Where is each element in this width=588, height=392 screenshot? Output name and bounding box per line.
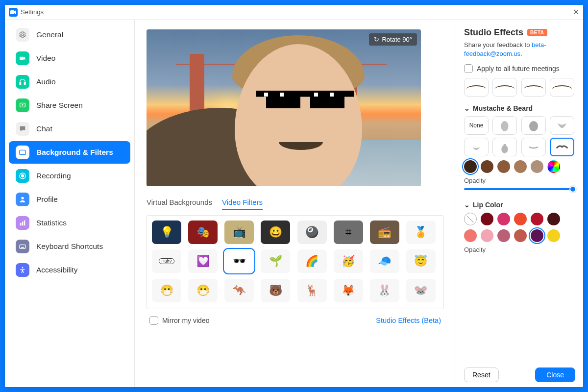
filter-heart[interactable]: 💟: [188, 249, 218, 273]
filter-n95-mask[interactable]: 😷: [152, 279, 181, 302]
filter-party[interactable]: 🥳: [334, 249, 363, 273]
sidebar-item-label: Background & Filters: [36, 148, 113, 157]
filter-retro-tv[interactable]: 📻: [370, 220, 399, 244]
svg-rect-14: [20, 245, 25, 248]
sidebar-item-keyboard[interactable]: Keyboard Shortcuts: [9, 235, 130, 258]
mirror-video-checkbox[interactable]: Mirror my video: [149, 316, 209, 325]
content-area: GeneralVideoAudioShare ScreenChatBackgro…: [5, 20, 583, 387]
svg-point-16: [501, 121, 509, 131]
close-button[interactable]: Close: [535, 368, 575, 382]
mustache-option-chin-strap[interactable]: [550, 116, 574, 135]
mustache-color-swatch[interactable]: [497, 160, 510, 173]
filter-fox[interactable]: 🦊: [334, 279, 363, 302]
bgfilter-icon: [16, 146, 29, 159]
sidebar-item-label: Keyboard Shortcuts: [36, 242, 103, 251]
lip-color-swatch[interactable]: [514, 229, 527, 242]
filter-deal-glasses[interactable]: 🕶️: [224, 249, 254, 273]
mustache-color-swatch[interactable]: [464, 160, 477, 173]
filter-kangaroo[interactable]: 🦘: [224, 279, 254, 302]
panel-footer: Reset Close: [464, 364, 575, 382]
filter-sprout[interactable]: 🌱: [261, 249, 290, 273]
filter-bunny[interactable]: 🐰: [370, 279, 399, 302]
filter-tv[interactable]: 📺: [224, 220, 254, 244]
lip-color-swatch[interactable]: [464, 229, 477, 242]
checkbox-box-icon: [464, 64, 473, 73]
sidebar-item-label: Audio: [36, 77, 56, 86]
mustache-opacity-slider[interactable]: [464, 188, 575, 190]
svg-rect-19: [504, 144, 506, 147]
checkbox-box-icon: [149, 316, 158, 325]
sidebar-item-record[interactable]: Recording: [9, 165, 130, 187]
eyebrow-option-3[interactable]: [550, 78, 574, 97]
filter-rainbow[interactable]: 🌈: [297, 249, 327, 273]
lip-color-swatch[interactable]: [514, 213, 527, 225]
filter-theater[interactable]: 🎭: [188, 220, 218, 244]
tab-virtual-backgrounds[interactable]: Virtual Backgrounds: [147, 198, 212, 210]
filter-grid[interactable]: 💡🎭📺😀🎱⌗📻🏅Huh?💟🕶️🌱🌈🥳🧢😇😷😷🦘🐻🦌🦊🐰🐭: [147, 216, 443, 309]
mustache-option-van-dyke[interactable]: [492, 138, 517, 156]
filter-huh-bubble[interactable]: Huh?: [152, 249, 181, 273]
filter-medical-mask[interactable]: 😷: [188, 279, 218, 302]
filter-pool-balls[interactable]: 🎱: [297, 220, 327, 244]
mustache-section-header[interactable]: ⌄ Mustache & Beard: [464, 104, 575, 112]
reset-button[interactable]: Reset: [464, 368, 499, 382]
lip-section-header[interactable]: ⌄ Lip Color: [464, 201, 575, 209]
lip-color-swatch[interactable]: [497, 213, 510, 225]
mustache-color-swatch[interactable]: [547, 160, 560, 173]
sidebar-item-stats[interactable]: Statistics: [9, 212, 130, 234]
sidebar-item-profile[interactable]: Profile: [9, 188, 130, 211]
mustache-color-swatch[interactable]: [514, 160, 527, 173]
keyboard-icon: [16, 240, 29, 253]
filter-halo[interactable]: 😇: [406, 249, 436, 273]
eyebrow-option-0[interactable]: [464, 78, 489, 97]
svg-point-18: [502, 146, 509, 154]
lip-color-swatch[interactable]: [464, 213, 477, 225]
sidebar-item-bgfilter[interactable]: Background & Filters: [9, 141, 130, 164]
sidebar-item-chat[interactable]: Chat: [9, 118, 130, 140]
svg-point-17: [529, 121, 538, 131]
sidebar-item-label: Video: [36, 54, 55, 63]
sidebar-item-accessibility[interactable]: Accessibility: [9, 259, 130, 281]
mustache-color-swatch[interactable]: [531, 160, 543, 173]
filter-cap[interactable]: 🧢: [370, 249, 399, 273]
lip-color-swatch[interactable]: [531, 229, 543, 242]
rotate-button[interactable]: ↻ Rotate 90°: [369, 33, 417, 46]
mustache-option-goatee-1[interactable]: [492, 116, 517, 135]
mustache-color-swatches: [464, 160, 575, 173]
close-icon[interactable]: ✕: [573, 7, 579, 17]
lip-title: Lip Color: [473, 201, 503, 209]
mustache-option-soul-patch[interactable]: [464, 138, 489, 156]
stats-icon: [16, 216, 29, 230]
lip-color-swatch[interactable]: [497, 229, 510, 242]
lip-color-swatch[interactable]: [481, 229, 493, 242]
filter-crop[interactable]: ⌗: [334, 220, 363, 244]
apply-all-checkbox[interactable]: Apply to all future meetings: [464, 64, 575, 73]
filter-emoji-frame[interactable]: 😀: [261, 220, 290, 244]
lip-color-swatch[interactable]: [481, 213, 493, 225]
mustache-option-None[interactable]: None: [464, 116, 489, 135]
filter-award[interactable]: 🏅: [406, 220, 436, 244]
sidebar-item-headphones[interactable]: Audio: [9, 71, 130, 93]
eyebrow-option-2[interactable]: [521, 78, 546, 97]
mirror-video-label: Mirror my video: [162, 317, 209, 324]
sidebar-item-camera[interactable]: Video: [9, 47, 130, 70]
lip-color-swatch[interactable]: [547, 229, 560, 242]
filter-string-lights[interactable]: 💡: [152, 220, 181, 244]
tab-video-filters[interactable]: Video Filters: [222, 198, 263, 210]
mustache-section: ⌄ Mustache & Beard None Opacity: [464, 101, 575, 193]
filter-reindeer[interactable]: 🦌: [297, 279, 327, 302]
mustache-option-thin[interactable]: [521, 138, 546, 156]
filter-mouse[interactable]: 🐭: [406, 279, 436, 302]
filter-bear[interactable]: 🐻: [261, 279, 290, 302]
sidebar-item-share[interactable]: Share Screen: [9, 94, 130, 117]
sidebar-item-gear[interactable]: General: [9, 24, 130, 46]
eyebrow-option-1[interactable]: [492, 78, 517, 97]
mustache-option-handlebar[interactable]: [550, 138, 574, 156]
lip-color-swatch[interactable]: [531, 213, 543, 225]
studio-effects-link[interactable]: Studio Effects (Beta): [376, 317, 441, 324]
lip-color-swatch[interactable]: [547, 213, 560, 225]
share-icon: [16, 98, 29, 112]
rotate-label: Rotate 90°: [382, 36, 412, 43]
mustache-color-swatch[interactable]: [481, 160, 493, 173]
mustache-option-goatee-2[interactable]: [521, 116, 546, 135]
